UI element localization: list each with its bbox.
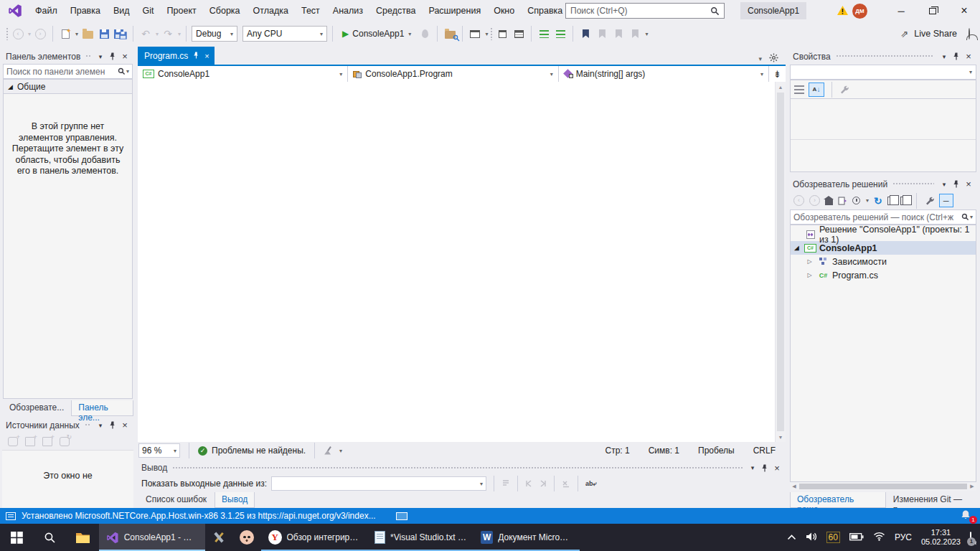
menu-analyze[interactable]: Анализ [326, 0, 369, 22]
line-indicator[interactable]: Стр: 1 [606, 446, 630, 456]
minimize-button[interactable]: ─ [885, 0, 917, 22]
next-bookmark-icon[interactable] [611, 26, 626, 42]
window-position-icon[interactable]: ▾ [95, 422, 105, 429]
close-icon[interactable]: × [120, 420, 130, 430]
close-icon[interactable]: × [772, 463, 782, 473]
pin-icon[interactable] [761, 464, 768, 472]
collapsed-arrow-icon[interactable]: ▷ [805, 272, 814, 278]
notifications-bell[interactable]: 1 [960, 509, 974, 522]
configure-data-source-icon[interactable] [25, 437, 35, 446]
search-options-icon[interactable]: ▾ [970, 214, 973, 220]
solution-name-badge[interactable]: ConsoleApp1 [740, 2, 806, 19]
properties-wrench-icon[interactable] [925, 196, 934, 205]
clear-bookmarks-icon[interactable] [628, 26, 642, 42]
file-explorer-icon[interactable] [66, 524, 99, 551]
taskbar-app-notepad[interactable]: *Visual Studio.txt – ... [367, 524, 473, 551]
window-position-icon[interactable]: ▾ [748, 464, 758, 471]
hot-reload-icon[interactable] [418, 26, 432, 42]
tree-item-dependencies[interactable]: ▷Зависимости [791, 255, 976, 268]
scroll-up-icon[interactable]: ▲ [776, 82, 786, 92]
switch-views-icon[interactable] [838, 196, 847, 205]
toggle-bookmark-icon[interactable] [578, 26, 593, 42]
solution-explorer-header[interactable]: Обозреватель решений ▾ × [789, 176, 977, 192]
solution-search-input[interactable] [793, 212, 961, 222]
redo-dropdown-icon[interactable]: ▾ [178, 31, 181, 37]
data-sources-header[interactable]: Источники данных ▾ × [2, 418, 133, 433]
solution-search-box[interactable]: ▾ [790, 209, 976, 225]
code-editor[interactable]: ▲ ▼ [138, 82, 786, 442]
save-icon[interactable] [97, 26, 111, 42]
live-share-label[interactable]: Live Share [914, 29, 957, 39]
document-health-indicator[interactable]: ✓ Проблемы не найдены. [198, 446, 306, 456]
previous-message-icon[interactable] [525, 480, 534, 487]
battery-icon[interactable] [849, 532, 864, 543]
next-message-icon[interactable] [538, 480, 547, 487]
scrollbar-thumb[interactable] [777, 93, 784, 431]
refresh-icon[interactable] [60, 437, 70, 446]
start-button[interactable] [0, 524, 33, 551]
show-all-files-icon[interactable] [900, 197, 908, 205]
menu-window[interactable]: Окно [487, 0, 521, 22]
language-indicator[interactable]: РУС [895, 532, 912, 542]
tab-program-cs[interactable]: Program.cs × [138, 47, 215, 65]
window-position-icon[interactable]: ▾ [939, 53, 949, 60]
document-list-icon[interactable]: ▾ [758, 55, 762, 62]
forward-icon[interactable]: › [809, 195, 820, 206]
code-cleanup-dropdown-icon[interactable]: ▾ [339, 448, 342, 454]
code-cleanup-broom-icon[interactable] [324, 446, 333, 456]
wifi-icon[interactable] [873, 532, 885, 543]
navigate-back-dropdown-icon[interactable]: ▾ [28, 31, 31, 37]
toolbox-group-general[interactable]: ◢ Общие [3, 79, 133, 93]
undo-dropdown-icon[interactable]: ▾ [156, 31, 159, 37]
tab-git-changes[interactable]: Изменения Git — п... [887, 492, 977, 508]
expanded-arrow-icon[interactable]: ◢ [792, 245, 801, 251]
tree-item-program-cs[interactable]: ▷C#Program.cs [791, 268, 976, 282]
output-header[interactable]: Вывод ▾ × [138, 461, 786, 475]
scroll-right-icon[interactable]: ▶ [968, 484, 976, 489]
close-icon[interactable]: × [963, 52, 974, 61]
menu-debug[interactable]: Отладка [247, 0, 295, 22]
tab-solution-explorer[interactable]: Обозреватель реше... [790, 492, 886, 508]
window-list-icon[interactable] [512, 26, 526, 42]
spaces-indicator[interactable]: Пробелы [698, 446, 735, 456]
ide-navigator-icon[interactable] [468, 26, 482, 42]
toolbox-header[interactable]: Панель элементов ▾ × [2, 49, 133, 64]
search-icon[interactable] [710, 6, 720, 16]
code-lines[interactable] [138, 82, 775, 442]
close-button[interactable]: × [948, 0, 980, 22]
window-position-icon[interactable]: ▾ [95, 53, 105, 60]
find-in-files-icon[interactable] [443, 26, 457, 42]
ide-navigator-dropdown-icon[interactable]: ▾ [485, 31, 488, 37]
pin-icon[interactable] [193, 52, 199, 60]
action-center-icon[interactable]: 1 [970, 532, 971, 542]
pin-icon[interactable] [109, 52, 116, 60]
expanded-arrow-icon[interactable]: ◢ [8, 83, 13, 90]
taskbar-app-isaac[interactable] [232, 524, 261, 551]
pending-changes-filter-icon[interactable] [852, 197, 860, 204]
properties-object-combo[interactable]: ▾ [790, 65, 976, 80]
menu-build[interactable]: Сборка [203, 0, 247, 22]
menu-view[interactable]: Вид [107, 0, 136, 22]
categorized-icon[interactable] [794, 85, 804, 94]
tab-output[interactable]: Вывод [215, 492, 255, 508]
preview-selected-items-icon[interactable]: ─ [939, 194, 953, 207]
output-source-combo[interactable]: ▾ [271, 476, 486, 491]
pin-icon[interactable] [109, 421, 116, 429]
split-window-button[interactable]: ⇟ [768, 66, 786, 82]
navigate-forward-icon[interactable]: › [33, 26, 47, 42]
property-pages-wrench-icon[interactable] [839, 85, 849, 95]
word-wrap-icon[interactable]: ab⤶ [585, 480, 597, 488]
toolbox-search-input[interactable] [6, 67, 118, 77]
close-icon[interactable]: × [120, 52, 130, 61]
taskbar-app-word[interactable]: WДокумент Microso... [473, 524, 580, 551]
new-project-icon[interactable]: ✦ [58, 26, 72, 42]
undo-icon[interactable]: ↶ [138, 26, 153, 42]
search-options-icon[interactable]: ▾ [126, 68, 129, 75]
menu-edit[interactable]: Правка [64, 0, 107, 22]
clock[interactable]: 17:31 05.02.2023 [921, 528, 961, 547]
clear-all-icon[interactable] [562, 479, 570, 488]
taskbar-search-icon[interactable] [33, 524, 66, 551]
taskbar-app-game-tools[interactable] [205, 524, 232, 551]
taskbar-app-yandex-browser[interactable]: YОбзор интегриров... [261, 524, 367, 551]
collapse-all-icon[interactable] [887, 197, 895, 205]
